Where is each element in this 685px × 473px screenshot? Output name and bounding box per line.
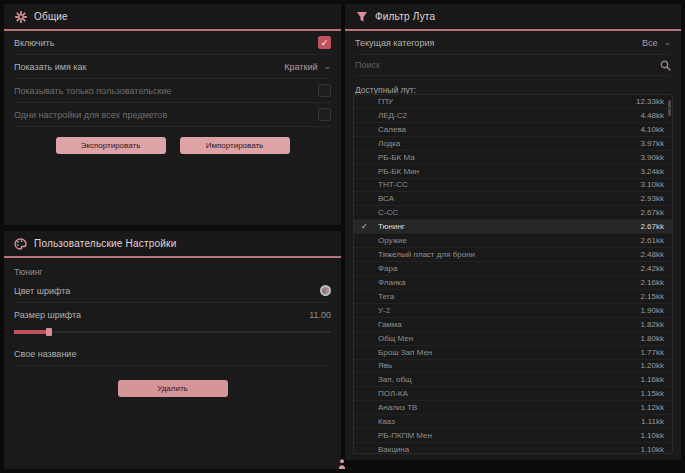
export-import-row: Экспортировать Импортировать xyxy=(4,137,341,154)
only-custom-label: Показывать только пользовательские xyxy=(14,86,172,96)
loot-item-name: У-2 xyxy=(378,306,390,315)
loot-item-price: 2.67kk xyxy=(640,222,664,231)
font-size-label: Размер шрифта xyxy=(14,310,81,320)
loot-item-price: 3.90kk xyxy=(640,153,664,162)
loot-item-name: Явь xyxy=(378,361,392,370)
delete-row: Удалить xyxy=(4,380,341,397)
font-size-slider[interactable] xyxy=(14,328,331,336)
loot-item-name: ЛЕД-С2 xyxy=(378,111,407,120)
loot-item-price: 1.11kk xyxy=(641,417,664,426)
loot-list-item[interactable]: Общ Мен1.80kk xyxy=(354,332,672,346)
loot-list-item[interactable]: У-21.90kk xyxy=(354,304,672,318)
font-color-row: Цвет шрифта xyxy=(14,279,331,303)
loot-item-price: 1.77kk xyxy=(640,348,664,357)
loot-list-item[interactable]: ПОЛ-КА1.15kk xyxy=(354,387,672,401)
loot-list-item[interactable]: Зап. общ1.16kk xyxy=(354,373,672,387)
slider-handle[interactable] xyxy=(46,328,52,336)
export-button[interactable]: Экспортировать xyxy=(56,137,166,154)
loot-item-price: 2.93kk xyxy=(640,194,664,203)
custom-name-row: Свое название xyxy=(14,342,331,366)
loot-list-item[interactable]: Салева4.10kk xyxy=(354,123,672,137)
import-button[interactable]: Импортировать xyxy=(180,137,290,154)
slider-fill xyxy=(14,330,48,334)
loot-item-price: 2.15kk xyxy=(640,292,664,301)
loot-item-name: Салева xyxy=(378,125,406,134)
name-display-label: Показать имя как xyxy=(14,62,86,72)
category-value: Все xyxy=(642,38,658,48)
loot-list-item[interactable]: Тега2.15kk xyxy=(354,290,672,304)
enable-checkbox[interactable]: ✓ xyxy=(318,36,331,49)
loot-item-name: Тега xyxy=(378,292,394,301)
font-size-value: 11.00 xyxy=(309,310,331,320)
mod-launcher-icon[interactable] xyxy=(336,458,348,470)
loot-item-name: РБ-БК Мин xyxy=(378,167,419,176)
loot-list-item[interactable]: ГПУ12.33kk xyxy=(354,95,672,109)
loot-item-name: Фланка xyxy=(378,278,405,287)
search-icon[interactable] xyxy=(660,60,671,71)
loot-item-price: 4.10kk xyxy=(640,125,664,134)
category-label: Текущая категория xyxy=(355,38,434,48)
loot-list-item[interactable]: Оружие2.61kk xyxy=(354,234,672,248)
same-settings-row: Одни настройки для всех предметов xyxy=(14,103,331,127)
loot-list-item[interactable]: ВСА2.93kk xyxy=(354,192,672,206)
loot-item-price: 1.10kk xyxy=(640,445,664,454)
loot-item-name: ВСА xyxy=(378,194,394,203)
general-panel-title: Общие xyxy=(34,11,68,22)
loot-list-item[interactable]: РБ-ПКПМ Мен1.10kk xyxy=(354,429,672,443)
delete-button[interactable]: Удалить xyxy=(118,380,228,397)
loot-item-name: Гамма xyxy=(378,320,402,329)
loot-item-price: 2.42kk xyxy=(640,264,664,273)
loot-item-name: Брош Зап Мен xyxy=(378,348,432,357)
loot-item-name: Анализ ТВ xyxy=(378,403,417,412)
loot-list-item[interactable]: Фара2.42kk xyxy=(354,262,672,276)
loot-list-item[interactable]: Кваз1.11kk xyxy=(354,415,672,429)
loot-list-item[interactable]: Анализ ТВ1.12kk xyxy=(354,401,672,415)
loot-list-item[interactable]: Вакцина1.10kk xyxy=(354,443,672,454)
name-display-row: Показать имя как Краткий ⌄ xyxy=(14,55,331,79)
loot-list-item[interactable]: Гамма1.82kk xyxy=(354,318,672,332)
only-custom-row: Показывать только пользовательские xyxy=(14,79,331,103)
loot-item-price: 1.90kk xyxy=(640,306,664,315)
search-input[interactable]: Поиск xyxy=(355,60,380,70)
loot-item-price: 1.20kk xyxy=(640,361,664,370)
loot-item-price: 1.12kk xyxy=(640,403,664,412)
name-display-dropdown[interactable]: Краткий ⌄ xyxy=(284,62,331,72)
loot-item-price: 3.97kk xyxy=(640,139,664,148)
funnel-icon xyxy=(355,10,368,23)
only-custom-checkbox[interactable] xyxy=(318,84,331,97)
loot-item-name: Общ Мен xyxy=(378,334,413,343)
loot-list-item[interactable]: Брош Зап Мен1.77kk xyxy=(354,346,672,360)
font-color-label: Цвет шрифта xyxy=(14,286,70,296)
loot-item-price: 1.16kk xyxy=(640,375,664,384)
loot-list-item[interactable]: Тяжелый пласт для брони2.48kk xyxy=(354,248,672,262)
chevron-down-icon: ⌄ xyxy=(663,38,671,47)
loot-list-item[interactable]: ✓Тюнинг2.67kk xyxy=(354,220,672,234)
checkmark-icon: ✓ xyxy=(361,222,368,231)
loot-item-price: 3.24kk xyxy=(640,167,664,176)
color-wheel-icon[interactable] xyxy=(320,285,331,296)
loot-list-item[interactable]: РБ-БК Мин3.24kk xyxy=(354,165,672,179)
loot-list-item[interactable]: Лодка3.97kk xyxy=(354,137,672,151)
loot-list-item[interactable]: РБ-БК Ма3.90kk xyxy=(354,151,672,165)
loot-item-price: 1.10kk xyxy=(640,431,664,440)
loot-item-name: Тюнинг xyxy=(378,222,405,231)
loot-item-price: 2.16kk xyxy=(640,278,664,287)
custom-settings-title: Пользовательские Настройки xyxy=(34,238,176,249)
custom-name-label: Свое название xyxy=(14,349,76,359)
same-settings-checkbox[interactable] xyxy=(318,108,331,121)
loot-filter-panel: Фильтр Лута Текущая категория Все ⌄ Поис… xyxy=(345,4,681,460)
loot-item-name: Лодка xyxy=(378,139,400,148)
category-dropdown[interactable]: Все ⌄ xyxy=(642,38,671,48)
loot-list-item[interactable]: Явь1.20kk xyxy=(354,360,672,374)
loot-item-price: 1.15kk xyxy=(640,389,664,398)
palette-icon xyxy=(14,237,27,250)
enable-row: Включить ✓ xyxy=(14,31,331,55)
loot-list-item[interactable]: ЛЕД-С24.48kk xyxy=(354,109,672,123)
custom-settings-header: Пользовательские Настройки xyxy=(4,231,341,258)
loot-list-item[interactable]: Фланка2.16kk xyxy=(354,276,672,290)
loot-item-price: 3.10kk xyxy=(640,180,664,189)
loot-item-price: 12.33kk xyxy=(636,97,664,106)
loot-list-item[interactable]: ТНТ-СС3.10kk xyxy=(354,179,672,193)
loot-list-item[interactable]: С-СС2.67kk xyxy=(354,206,672,220)
loot-item-name: С-СС xyxy=(378,208,398,217)
